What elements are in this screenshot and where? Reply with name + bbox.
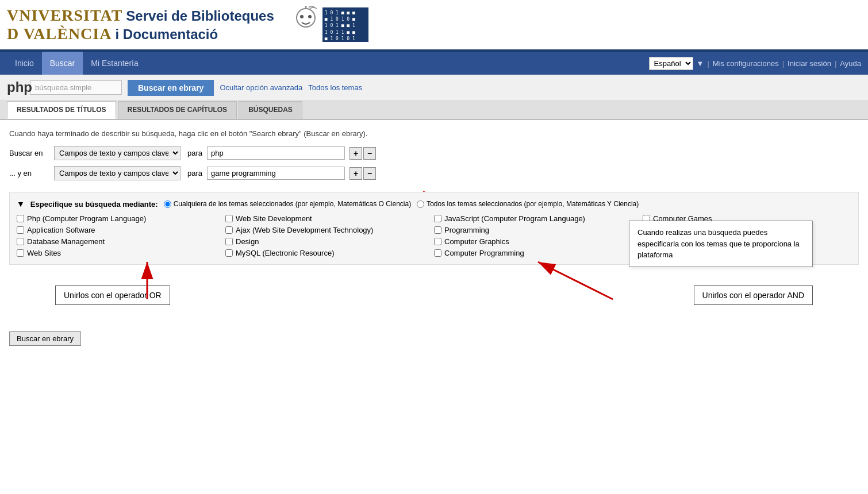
nav-buscar[interactable]: Buscar (42, 52, 83, 75)
cb-php[interactable]: Php (Computer Program Language) (17, 214, 225, 223)
svg-point-2 (308, 15, 312, 18)
cb-mysql[interactable]: MySQL (Electronic Resource) (225, 249, 434, 257)
robot-icon (291, 6, 320, 44)
specify-header: ▼ Especifique su búsqueda mediante: Cual… (17, 199, 851, 209)
checkbox-col-1: Php (Computer Program Language) Applicat… (17, 214, 225, 257)
cb-web-sites[interactable]: Web Sites (17, 249, 225, 257)
remove-row-button[interactable]: − (363, 147, 376, 160)
cb-computer-graphics[interactable]: Computer Graphics (434, 237, 643, 246)
university-name-line2: D VALÈNCIA (7, 25, 112, 43)
tab-resultados-capitulos[interactable]: RESULTADOS DE CAPÍTULOS (118, 101, 237, 119)
mis-configuraciones-link[interactable]: Mis configuraciones (713, 59, 779, 68)
search-field-2[interactable] (207, 167, 345, 180)
search-bar: php Buscar en ebrary Ocultar opción avan… (0, 75, 868, 101)
radio-cualquiera[interactable] (164, 200, 171, 208)
bottom-button-area: Buscar en ebrary (9, 325, 859, 346)
svg-point-1 (300, 15, 304, 18)
add-row-button[interactable]: + (349, 147, 362, 160)
radio-cualquiera-label[interactable]: Cualquiera de los temas seleccionados (p… (164, 200, 412, 208)
header-logo: VNIVERSITAT Servei de Biblioteques D VAL… (7, 6, 274, 43)
specify-label: Especifique su búsqueda mediante: (30, 200, 158, 209)
header-icons: 1 0 1 ■ ■ ■ ■ 1 0 1 0 ■ 1 0 1 ■ ■ 1 1 0 … (291, 6, 368, 44)
checkbox-col-3: JavaScript (Computer Program Language) P… (434, 214, 643, 257)
service-name-line1: Servei de Biblioteques (126, 8, 274, 25)
callout-or-box: Unirlos con el operador OR (55, 285, 170, 305)
nav-right: Español ▼ | Mis configuraciones | Inicia… (649, 57, 861, 70)
add-row-button-2[interactable]: + (349, 167, 362, 180)
tabs-bar: RESULTADOS DE TÍTULOS RESULTADOS DE CAPÍ… (0, 101, 868, 120)
cb-web-site-development[interactable]: Web Site Development (225, 214, 434, 223)
buscar-ebrary-bottom-button[interactable]: Buscar en ebrary (9, 331, 81, 346)
ocultar-avanzada-link[interactable]: Ocultar opción avanzada (220, 83, 302, 92)
service-name-line2: i Documentació (115, 26, 218, 43)
field-select-2[interactable]: Campos de texto y campos clave (54, 166, 180, 180)
chevron-down-icon: ▼ (697, 59, 704, 68)
tooltip-box: Cuando realizas una búsqueda puedes espe… (629, 221, 813, 267)
tab-resultados-titulos[interactable]: RESULTADOS DE TÍTULOS (7, 101, 116, 119)
buscar-ebrary-button[interactable]: Buscar en ebrary (128, 80, 214, 96)
buscar-en-label-1: Buscar en (9, 149, 49, 157)
remove-row-button-2[interactable]: − (363, 167, 376, 180)
cb-ajax[interactable]: Ajax (Web Site Development Technology) (225, 226, 434, 234)
main-content: Cuando haya terminado de describir su bú… (0, 120, 868, 355)
cb-database-management[interactable]: Database Management (17, 237, 225, 246)
callout-and-box: Unirlos con el operador AND (694, 285, 813, 305)
php-overlay-label: php (7, 79, 32, 95)
search-row-2: ... y en Campos de texto y campos clave … (9, 166, 859, 180)
language-select[interactable]: Español (649, 57, 693, 70)
search-area: Buscar en Campos de texto y campos clave… (9, 146, 859, 180)
cb-javascript[interactable]: JavaScript (Computer Program Language) (434, 214, 643, 223)
ayuda-link[interactable]: Ayuda (840, 59, 861, 68)
search-field-1[interactable] (207, 146, 345, 160)
todos-temas-link[interactable]: Todos los temas (308, 83, 362, 92)
radio-todos[interactable] (417, 200, 424, 208)
iniciar-sesion-link[interactable]: Iniciar sesión (788, 59, 831, 68)
specify-triangle: ▼ (17, 199, 25, 209)
cb-computer-programming[interactable]: Computer Programming (434, 249, 643, 257)
search-row-1: Buscar en Campos de texto y campos clave… (9, 146, 859, 160)
buscar-en-label-2: ... y en (9, 169, 49, 177)
nav-bar: Inicio Buscar Mi Estantería Español ▼ | … (0, 52, 868, 75)
para-label-1: para (187, 149, 202, 157)
plus-minus-2: + − (349, 167, 376, 180)
nav-inicio[interactable]: Inicio (7, 52, 42, 75)
tab-busquedas[interactable]: BÚSQUEDAS (239, 101, 302, 119)
university-name-line1: VNIVERSITAT (7, 6, 122, 25)
nav-estanteria[interactable]: Mi Estantería (83, 52, 146, 75)
para-label-2: para (187, 169, 202, 177)
cb-design[interactable]: Design (225, 237, 434, 246)
plus-minus-1: + − (349, 147, 376, 160)
search-input[interactable] (30, 80, 122, 95)
annotation-area: Unirlos con el operador OR Unirlos con e… (9, 265, 859, 322)
page-wrapper: VNIVERSITAT Servei de Biblioteques D VAL… (0, 0, 868, 355)
field-select-1[interactable]: Campos de texto y campos clave (54, 146, 180, 160)
svg-point-4 (305, 6, 307, 7)
cb-application-software[interactable]: Application Software (17, 226, 225, 234)
header-banner: VNIVERSITAT Servei de Biblioteques D VAL… (0, 0, 868, 52)
binary-box: 1 0 1 ■ ■ ■ ■ 1 0 1 0 ■ 1 0 1 ■ ■ 1 1 0 … (322, 7, 368, 42)
cb-programming[interactable]: Programming (434, 226, 643, 234)
instructions-text: Cuando haya terminado de describir su bú… (9, 129, 859, 138)
radio-todos-label[interactable]: Todos los temas seleccionados (por ejemp… (417, 200, 639, 208)
checkbox-col-2: Web Site Development Ajax (Web Site Deve… (225, 214, 434, 257)
